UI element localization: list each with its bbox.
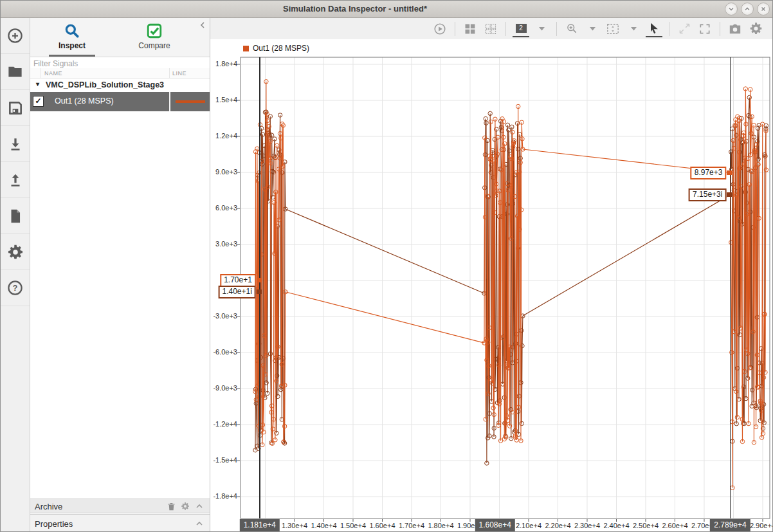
y-axis-tick-label: -1.5e+4 [210,456,237,464]
trash-icon[interactable] [167,502,176,511]
signal-group-row[interactable]: ▾ VMC_DSPLib_Solution_Stage3 [30,78,210,92]
cursor-1-line[interactable] [259,57,260,518]
chevron-down-icon [631,27,637,31]
cursor-flag-connector [727,170,732,175]
snapshot-button[interactable] [727,21,743,37]
properties-bar[interactable]: Properties [30,514,210,532]
plot-settings-button[interactable] [747,21,764,37]
cursor-count-badge: 2 [516,24,527,33]
expand-button[interactable] [676,21,693,37]
zoom-dropdown[interactable] [584,21,601,37]
maximize-button[interactable] [741,3,754,15]
x-axis-tick-label: 2.10e+4 [516,522,541,529]
x-axis-tick-label: 2.20e+4 [545,522,570,529]
properties-collapse-chevron-icon[interactable] [195,519,205,529]
pointer-tool-button[interactable] [646,21,662,37]
y-axis-tick-label: -3.0e+3 [210,312,237,320]
archive-settings-gear-icon[interactable] [181,502,190,511]
toolbar-separator [720,22,720,36]
cursors-button[interactable]: 2 [513,21,529,37]
help-button[interactable]: ? [1,270,30,306]
plot-area[interactable]: Out1 (28 MSPS) 1.8e+41.5e+41.2e+49.0e+36… [210,39,772,531]
cursor-2-real-value-flag[interactable]: 8.97e+3 [691,167,727,179]
sidebar: Inspect Compare NAME LINE ▾ VMC_DSPLi [30,18,210,531]
y-axis-tick-label: 9.0e+3 [210,168,237,176]
x-axis-tick-label: 2.30e+4 [574,522,600,529]
window-title: Simulation Data Inspector - untitled* [1,1,709,18]
column-line: LINE [172,70,186,77]
collapse-sidebar-button[interactable] [198,21,207,30]
upload-arrow-icon [7,172,24,188]
plus-circle-icon [6,27,24,44]
filter-row [30,57,210,68]
zoom-button[interactable] [563,21,580,37]
signal-checkbox[interactable]: ✓ [33,96,44,107]
layout-grid-button[interactable] [462,21,478,37]
column-divider [169,68,170,78]
import-button[interactable] [1,126,30,162]
x-axis-tick-label: 2.40e+4 [603,522,629,529]
y-axis-tick-label: -1.2e+4 [210,420,237,428]
save-button[interactable] [1,90,30,126]
new-session-button[interactable] [1,18,30,54]
x-axis-tick-label: 1.60e+4 [369,522,395,529]
column-name: NAME [44,70,62,77]
active-tab-underline [49,55,95,57]
cursor-flag-connector [257,278,262,282]
tab-inspect[interactable]: Inspect [33,22,111,50]
subplot-grid-button[interactable] [482,21,499,37]
gear-icon [749,22,763,35]
minimize-button[interactable] [725,3,738,15]
archive-label: Archive [35,502,62,511]
archive-bar[interactable]: Archive [30,499,210,513]
open-button[interactable] [1,54,30,90]
playback-button[interactable] [432,21,448,37]
question-mark-icon: ? [6,279,24,297]
y-axis-tick-label: 1.5e+4 [210,96,237,104]
window-controls [725,3,770,15]
x-axis-tick-label: 1.70e+4 [399,522,424,529]
chart-toolbar: 2 [210,18,772,39]
layout-grid-icon [464,23,477,35]
cursor-1-real-value-flag[interactable]: 1.70e+1 [220,274,256,287]
cursor-1-time-badge[interactable]: 1.181e+4 [240,519,280,531]
cursor-flag-connector [257,289,262,294]
signal-row-out1[interactable]: ✓ Out1 (28 MSPS) [30,92,210,111]
x-axis-tick-label: 1.50e+4 [340,522,366,529]
x-axis-tick-label: 1.80e+4 [428,522,453,529]
create-report-button[interactable] [1,198,30,234]
tab-compare[interactable]: Compare [116,22,193,50]
cursor-2-time-badge[interactable]: 2.789e+4 [710,519,750,531]
toolbar-separator [505,22,506,36]
simulation-data-inspector-window: Simulation Data Inspector - untitled* [0,0,773,532]
gear-icon [7,244,24,261]
expand-diagonal-icon [678,22,691,35]
pointer-arrow-icon [648,22,660,35]
y-axis-tick-label: 1.2e+4 [210,132,237,140]
signal-table-header: NAME LINE [30,68,210,78]
cursor-2-imag-value-flag[interactable]: 7.15e+3i [689,188,726,201]
y-axis-tick-label: -9.0e+3 [210,384,237,392]
x-axis-tick-label: 1.30e+4 [282,522,307,529]
expander-triangle-icon[interactable]: ▾ [36,80,39,87]
y-axis-tick-label: 1.8e+4 [210,60,237,68]
properties-label: Properties [35,519,73,529]
close-button[interactable] [757,3,770,15]
cursor-2-line[interactable] [730,57,731,518]
column-divider [41,68,41,78]
chevron-down-icon [727,5,735,13]
cursor-1-imag-value-flag[interactable]: 1.40e+1i [218,286,255,298]
export-button[interactable] [1,162,30,198]
signal-plot-svg [210,39,772,531]
preferences-button[interactable] [1,234,30,270]
svg-text:?: ? [13,284,18,293]
fit-dropdown[interactable] [625,21,642,37]
cursors-dropdown[interactable] [533,21,550,37]
fullscreen-button[interactable] [696,21,713,37]
x-axis-tick-label: 2.50e+4 [633,522,659,529]
chevron-down-icon [539,27,545,31]
archive-collapse-chevron-icon[interactable] [195,502,205,511]
fit-to-view-button[interactable] [605,21,621,37]
cursor-flag-connector [727,192,732,197]
x-axis-tick-label: 2.90e+4 [750,522,772,529]
